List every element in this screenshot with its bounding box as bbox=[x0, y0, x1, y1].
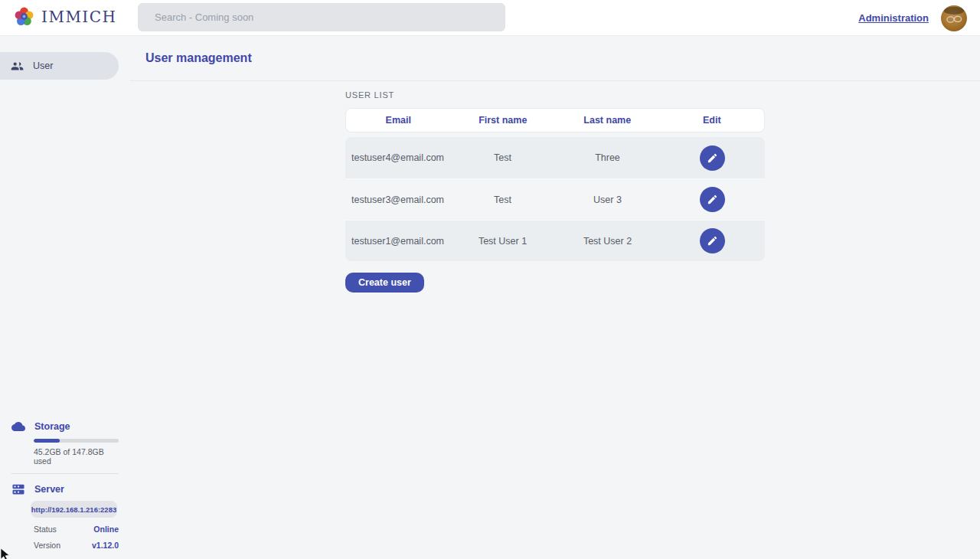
server-version-row: Version v1.12.0 bbox=[34, 541, 119, 550]
sidebar-item-user[interactable]: User bbox=[0, 52, 119, 80]
pencil-icon bbox=[707, 152, 718, 164]
storage-progress-fill bbox=[34, 439, 60, 443]
cell-first-name: Test User 1 bbox=[450, 236, 555, 247]
server-icon bbox=[11, 482, 25, 496]
search-input[interactable] bbox=[138, 3, 505, 31]
page-title-bar: User management bbox=[130, 36, 980, 81]
cell-edit bbox=[660, 145, 765, 171]
pencil-icon bbox=[707, 235, 718, 247]
column-header-last-name: Last name bbox=[555, 115, 660, 126]
cell-email: testuser4@email.com bbox=[345, 152, 450, 163]
edit-user-button[interactable] bbox=[700, 187, 725, 212]
cell-last-name: User 3 bbox=[555, 195, 660, 205]
table-row: testuser1@email.comTest User 1Test User … bbox=[345, 220, 765, 261]
page-title: User management bbox=[145, 51, 252, 65]
cell-email: testuser1@email.com bbox=[345, 236, 450, 247]
version-value: v1.12.0 bbox=[92, 541, 119, 550]
table-header-row: EmailFirst nameLast nameEdit bbox=[345, 108, 765, 132]
top-bar: IMMICH Administration bbox=[0, 0, 980, 36]
storage-progress-bar bbox=[34, 439, 119, 443]
immich-flower-icon bbox=[14, 6, 34, 27]
cloud-icon bbox=[11, 420, 25, 433]
cell-email: testuser3@email.com bbox=[345, 195, 450, 205]
server-title: Server bbox=[34, 484, 64, 495]
immich-logo[interactable]: IMMICH bbox=[14, 6, 117, 27]
version-label: Version bbox=[34, 541, 60, 550]
cell-first-name: Test bbox=[450, 195, 555, 205]
cell-edit bbox=[660, 187, 765, 212]
sidebar-status-panel: Storage 45.2GB of 147.8GB used bbox=[0, 420, 130, 550]
sidebar-item-label: User bbox=[33, 60, 53, 71]
user-avatar[interactable] bbox=[941, 5, 967, 31]
sidebar-divider bbox=[11, 473, 119, 474]
status-value: Online bbox=[93, 525, 119, 534]
user-table: testuser4@email.comTestThreetestuser3@em… bbox=[345, 137, 765, 261]
create-user-button[interactable]: Create user bbox=[345, 273, 424, 293]
logo-wordmark: IMMICH bbox=[41, 8, 117, 26]
administration-link[interactable]: Administration bbox=[858, 12, 929, 24]
column-header-first-name: First name bbox=[451, 115, 556, 126]
pencil-icon bbox=[707, 194, 718, 205]
users-icon bbox=[11, 60, 24, 73]
storage-usage-text: 45.2GB of 147.8GB used bbox=[34, 447, 119, 466]
server-url-badge: http://192.168.1.216:2283 bbox=[31, 501, 117, 518]
column-header-email: Email bbox=[346, 115, 451, 126]
search-bar[interactable] bbox=[138, 3, 505, 31]
status-label: Status bbox=[34, 525, 57, 534]
server-status-row: Status Online bbox=[34, 525, 119, 534]
cell-last-name: Test User 2 bbox=[555, 236, 660, 247]
cell-last-name: Three bbox=[555, 152, 660, 163]
cell-first-name: Test bbox=[450, 152, 555, 163]
table-row: testuser4@email.comTestThree bbox=[345, 137, 765, 178]
avatar-photo bbox=[941, 5, 967, 31]
user-list-label: USER LIST bbox=[345, 90, 765, 100]
edit-user-button[interactable] bbox=[700, 145, 725, 171]
main-content: User management USER LIST EmailFirst nam… bbox=[130, 36, 980, 559]
storage-title: Storage bbox=[34, 421, 70, 432]
cell-edit bbox=[660, 228, 765, 253]
sidebar: User Storage 45.2GB of 147.8GB used bbox=[0, 36, 130, 559]
topbar-right: Administration bbox=[858, 0, 967, 36]
edit-user-button[interactable] bbox=[700, 228, 725, 253]
column-header-edit: Edit bbox=[660, 115, 765, 126]
table-row: testuser3@email.comTestUser 3 bbox=[345, 178, 765, 220]
